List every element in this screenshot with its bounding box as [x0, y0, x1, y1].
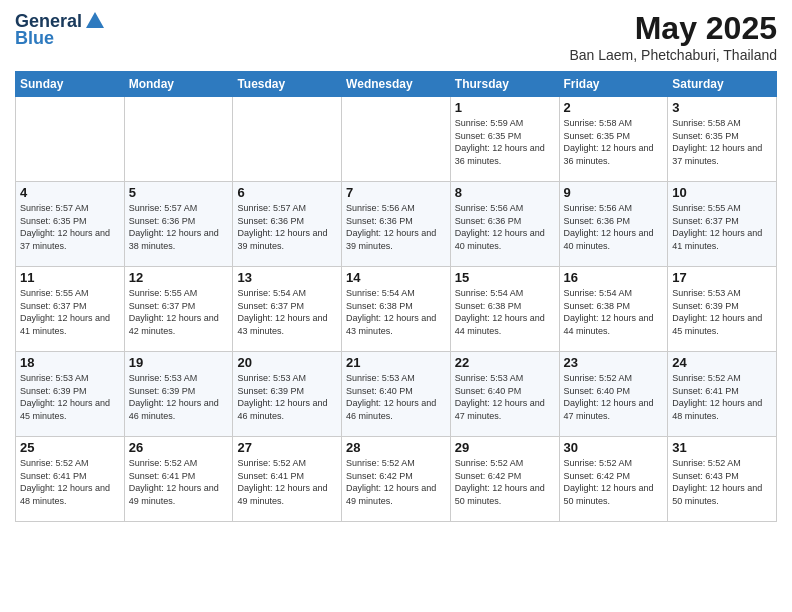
col-header-tuesday: Tuesday [233, 72, 342, 97]
calendar-cell [16, 97, 125, 182]
cell-info: Sunrise: 5:53 AMSunset: 6:39 PMDaylight:… [672, 287, 772, 337]
day-number: 22 [455, 355, 555, 370]
col-header-wednesday: Wednesday [342, 72, 451, 97]
cell-info: Sunrise: 5:54 AMSunset: 6:38 PMDaylight:… [564, 287, 664, 337]
day-number: 23 [564, 355, 664, 370]
cell-info: Sunrise: 5:52 AMSunset: 6:41 PMDaylight:… [237, 457, 337, 507]
calendar-cell: 11Sunrise: 5:55 AMSunset: 6:37 PMDayligh… [16, 267, 125, 352]
calendar-cell: 28Sunrise: 5:52 AMSunset: 6:42 PMDayligh… [342, 437, 451, 522]
day-number: 19 [129, 355, 229, 370]
main-title: May 2025 [569, 10, 777, 47]
calendar-cell: 8Sunrise: 5:56 AMSunset: 6:36 PMDaylight… [450, 182, 559, 267]
day-number: 7 [346, 185, 446, 200]
day-number: 10 [672, 185, 772, 200]
day-number: 8 [455, 185, 555, 200]
calendar-cell: 14Sunrise: 5:54 AMSunset: 6:38 PMDayligh… [342, 267, 451, 352]
day-number: 29 [455, 440, 555, 455]
calendar-cell: 24Sunrise: 5:52 AMSunset: 6:41 PMDayligh… [668, 352, 777, 437]
cell-info: Sunrise: 5:59 AMSunset: 6:35 PMDaylight:… [455, 117, 555, 167]
cell-info: Sunrise: 5:55 AMSunset: 6:37 PMDaylight:… [672, 202, 772, 252]
logo-icon [84, 10, 106, 32]
day-number: 28 [346, 440, 446, 455]
calendar-cell [124, 97, 233, 182]
day-number: 13 [237, 270, 337, 285]
svg-marker-0 [86, 12, 104, 28]
day-number: 2 [564, 100, 664, 115]
calendar-table: SundayMondayTuesdayWednesdayThursdayFrid… [15, 71, 777, 522]
cell-info: Sunrise: 5:52 AMSunset: 6:43 PMDaylight:… [672, 457, 772, 507]
calendar-cell: 9Sunrise: 5:56 AMSunset: 6:36 PMDaylight… [559, 182, 668, 267]
cell-info: Sunrise: 5:53 AMSunset: 6:39 PMDaylight:… [237, 372, 337, 422]
day-number: 24 [672, 355, 772, 370]
cell-info: Sunrise: 5:54 AMSunset: 6:37 PMDaylight:… [237, 287, 337, 337]
calendar-cell [233, 97, 342, 182]
calendar-cell: 4Sunrise: 5:57 AMSunset: 6:35 PMDaylight… [16, 182, 125, 267]
calendar-cell: 29Sunrise: 5:52 AMSunset: 6:42 PMDayligh… [450, 437, 559, 522]
day-number: 20 [237, 355, 337, 370]
day-number: 31 [672, 440, 772, 455]
cell-info: Sunrise: 5:57 AMSunset: 6:36 PMDaylight:… [237, 202, 337, 252]
cell-info: Sunrise: 5:52 AMSunset: 6:42 PMDaylight:… [455, 457, 555, 507]
cell-info: Sunrise: 5:57 AMSunset: 6:35 PMDaylight:… [20, 202, 120, 252]
col-header-friday: Friday [559, 72, 668, 97]
cell-info: Sunrise: 5:53 AMSunset: 6:39 PMDaylight:… [20, 372, 120, 422]
calendar-cell: 20Sunrise: 5:53 AMSunset: 6:39 PMDayligh… [233, 352, 342, 437]
cell-info: Sunrise: 5:52 AMSunset: 6:41 PMDaylight:… [672, 372, 772, 422]
cell-info: Sunrise: 5:53 AMSunset: 6:39 PMDaylight:… [129, 372, 229, 422]
cell-info: Sunrise: 5:56 AMSunset: 6:36 PMDaylight:… [455, 202, 555, 252]
calendar-cell: 2Sunrise: 5:58 AMSunset: 6:35 PMDaylight… [559, 97, 668, 182]
page-header: General Blue May 2025 Ban Laem, Phetchab… [15, 10, 777, 63]
day-number: 21 [346, 355, 446, 370]
cell-info: Sunrise: 5:56 AMSunset: 6:36 PMDaylight:… [564, 202, 664, 252]
day-number: 25 [20, 440, 120, 455]
day-number: 15 [455, 270, 555, 285]
day-number: 16 [564, 270, 664, 285]
calendar-cell: 10Sunrise: 5:55 AMSunset: 6:37 PMDayligh… [668, 182, 777, 267]
cell-info: Sunrise: 5:57 AMSunset: 6:36 PMDaylight:… [129, 202, 229, 252]
calendar-cell: 26Sunrise: 5:52 AMSunset: 6:41 PMDayligh… [124, 437, 233, 522]
logo: General Blue [15, 10, 106, 49]
day-number: 6 [237, 185, 337, 200]
calendar-cell: 17Sunrise: 5:53 AMSunset: 6:39 PMDayligh… [668, 267, 777, 352]
calendar-cell: 25Sunrise: 5:52 AMSunset: 6:41 PMDayligh… [16, 437, 125, 522]
cell-info: Sunrise: 5:52 AMSunset: 6:40 PMDaylight:… [564, 372, 664, 422]
col-header-saturday: Saturday [668, 72, 777, 97]
cell-info: Sunrise: 5:58 AMSunset: 6:35 PMDaylight:… [672, 117, 772, 167]
calendar-cell: 6Sunrise: 5:57 AMSunset: 6:36 PMDaylight… [233, 182, 342, 267]
cell-info: Sunrise: 5:54 AMSunset: 6:38 PMDaylight:… [455, 287, 555, 337]
calendar-cell: 5Sunrise: 5:57 AMSunset: 6:36 PMDaylight… [124, 182, 233, 267]
calendar-cell: 13Sunrise: 5:54 AMSunset: 6:37 PMDayligh… [233, 267, 342, 352]
calendar-cell [342, 97, 451, 182]
calendar-cell: 31Sunrise: 5:52 AMSunset: 6:43 PMDayligh… [668, 437, 777, 522]
cell-info: Sunrise: 5:55 AMSunset: 6:37 PMDaylight:… [20, 287, 120, 337]
cell-info: Sunrise: 5:54 AMSunset: 6:38 PMDaylight:… [346, 287, 446, 337]
day-number: 14 [346, 270, 446, 285]
col-header-monday: Monday [124, 72, 233, 97]
calendar-cell: 7Sunrise: 5:56 AMSunset: 6:36 PMDaylight… [342, 182, 451, 267]
cell-info: Sunrise: 5:56 AMSunset: 6:36 PMDaylight:… [346, 202, 446, 252]
day-number: 3 [672, 100, 772, 115]
day-number: 4 [20, 185, 120, 200]
calendar-cell: 12Sunrise: 5:55 AMSunset: 6:37 PMDayligh… [124, 267, 233, 352]
calendar-cell: 21Sunrise: 5:53 AMSunset: 6:40 PMDayligh… [342, 352, 451, 437]
calendar-cell: 16Sunrise: 5:54 AMSunset: 6:38 PMDayligh… [559, 267, 668, 352]
col-header-sunday: Sunday [16, 72, 125, 97]
calendar-cell: 18Sunrise: 5:53 AMSunset: 6:39 PMDayligh… [16, 352, 125, 437]
day-number: 27 [237, 440, 337, 455]
calendar-cell: 22Sunrise: 5:53 AMSunset: 6:40 PMDayligh… [450, 352, 559, 437]
cell-info: Sunrise: 5:58 AMSunset: 6:35 PMDaylight:… [564, 117, 664, 167]
day-number: 5 [129, 185, 229, 200]
calendar-cell: 30Sunrise: 5:52 AMSunset: 6:42 PMDayligh… [559, 437, 668, 522]
title-block: May 2025 Ban Laem, Phetchaburi, Thailand [569, 10, 777, 63]
day-number: 17 [672, 270, 772, 285]
day-number: 18 [20, 355, 120, 370]
calendar-cell: 19Sunrise: 5:53 AMSunset: 6:39 PMDayligh… [124, 352, 233, 437]
logo-blue-text: Blue [15, 28, 54, 49]
cell-info: Sunrise: 5:53 AMSunset: 6:40 PMDaylight:… [346, 372, 446, 422]
calendar-cell: 27Sunrise: 5:52 AMSunset: 6:41 PMDayligh… [233, 437, 342, 522]
calendar-cell: 3Sunrise: 5:58 AMSunset: 6:35 PMDaylight… [668, 97, 777, 182]
day-number: 26 [129, 440, 229, 455]
cell-info: Sunrise: 5:52 AMSunset: 6:42 PMDaylight:… [346, 457, 446, 507]
col-header-thursday: Thursday [450, 72, 559, 97]
calendar-cell: 23Sunrise: 5:52 AMSunset: 6:40 PMDayligh… [559, 352, 668, 437]
